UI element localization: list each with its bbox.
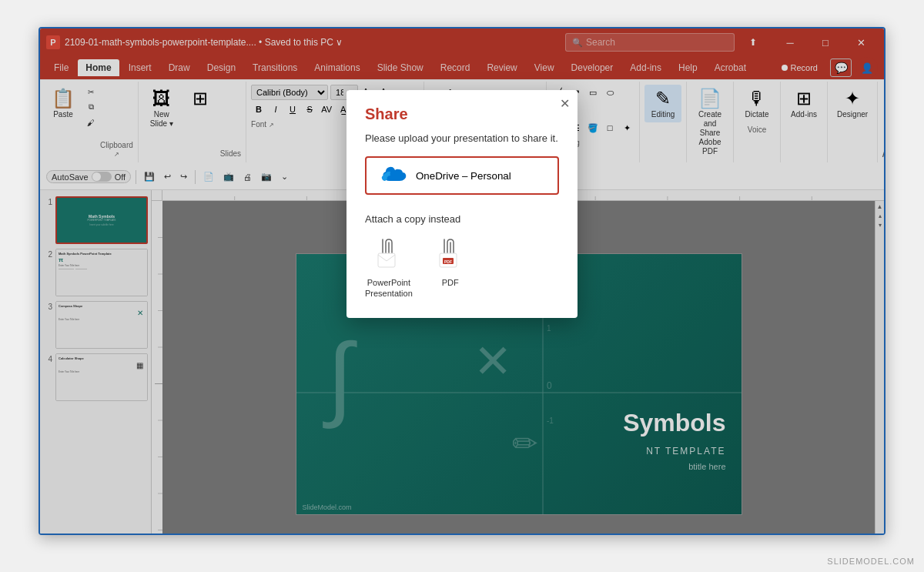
onedrive-button[interactable]: OneDrive – Personal: [365, 156, 559, 195]
svg-text:PDF: PDF: [444, 259, 452, 264]
modal-close-button[interactable]: ✕: [560, 96, 570, 111]
pptx-file-icon: [373, 236, 404, 270]
pdf-label: PDF: [442, 277, 459, 288]
app-window: P 2109-01-math-symbols-powerpoint-templa…: [38, 27, 886, 535]
modal-body: Share Please upload your presentation to…: [346, 90, 578, 318]
attach-options: PowerPointPresentation: [365, 234, 559, 299]
attach-title: Attach a copy instead: [365, 213, 559, 225]
onedrive-label: OneDrive – Personal: [416, 170, 511, 182]
slidemodel-watermark: SLIDEMODEL.COM: [827, 557, 915, 566]
svg-rect-28: [378, 253, 395, 267]
attach-pptx-option[interactable]: PowerPointPresentation: [365, 234, 413, 299]
attach-pdf-option[interactable]: PDF PDF: [431, 234, 470, 299]
pdf-icon: PDF: [431, 234, 470, 273]
modal-title: Share: [365, 105, 559, 123]
onedrive-icon: [379, 166, 407, 186]
pptx-icon: [370, 234, 408, 273]
modal-overlay: ✕ Share Please upload your presentation …: [40, 28, 884, 534]
share-modal: ✕ Share Please upload your presentation …: [346, 90, 578, 318]
pptx-label: PowerPointPresentation: [365, 277, 413, 299]
pdf-file-icon: PDF: [435, 236, 466, 270]
modal-description: Please upload your presentation to share…: [365, 132, 559, 144]
attach-section: Attach a copy instead: [365, 213, 559, 299]
